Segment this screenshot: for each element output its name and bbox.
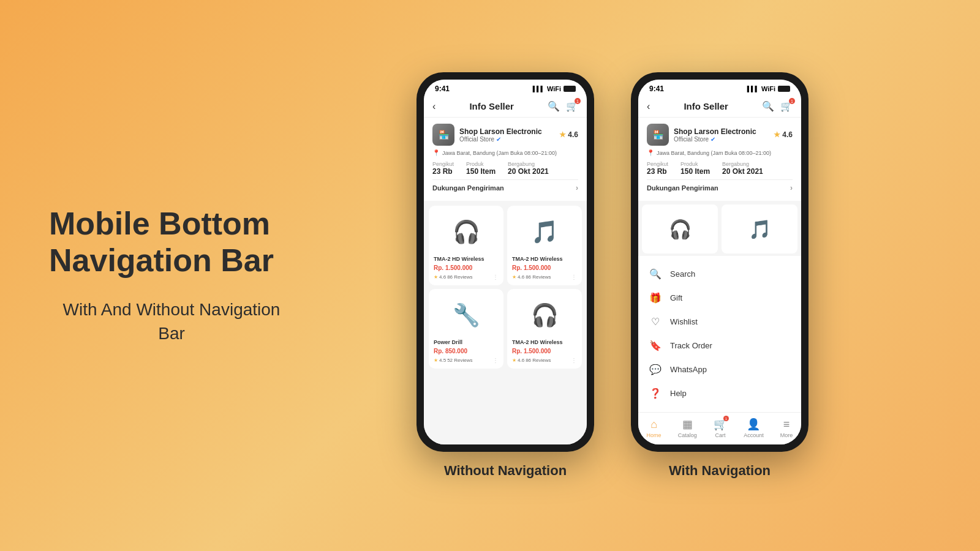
phone1-seller-rating: ★ 4.6 bbox=[559, 130, 578, 139]
account-label: Account bbox=[744, 432, 764, 438]
phone2-shipping-row[interactable]: Dukungan Pengiriman › bbox=[647, 179, 793, 196]
product-star-icon: ★ bbox=[434, 274, 438, 280]
product-card-3[interactable]: 🔧 Power Drill Rp. 850.000 ★ 4.5 52 Revie… bbox=[429, 289, 503, 369]
signal-icon: ▌▌▌ bbox=[533, 86, 545, 92]
phone2-seller-name: Shop Larson Electronic bbox=[674, 127, 756, 136]
back-icon[interactable]: ‹ bbox=[432, 101, 435, 112]
menu-item-gift[interactable]: 🎁 Gift bbox=[638, 286, 801, 310]
phone2-stat-pengikut: Pengikut 23 Rb bbox=[647, 161, 668, 176]
product-more-icon-2[interactable]: ⋮ bbox=[571, 274, 577, 280]
phone2-bottom-nav: ⌂ Home ▦ Catalog 🛒 1 Cart bbox=[638, 412, 801, 444]
phone2-partial-card-2: 🎵 bbox=[722, 204, 797, 253]
menu-item-help[interactable]: ❓ Help bbox=[638, 381, 801, 405]
menu-gift-icon: 🎁 bbox=[649, 292, 662, 304]
phone2-wifi-icon: WiFi bbox=[761, 85, 775, 92]
phone2-chevron-icon: › bbox=[790, 184, 793, 192]
phone1-seller-details: Shop Larson Electronic Official Store ✔ bbox=[459, 127, 542, 143]
cart-nav-wrap: 🛒 1 bbox=[714, 418, 727, 431]
phone2-seller-section: 🏪 Shop Larson Electronic Official Store … bbox=[638, 118, 801, 201]
phone2-nav-title: Info Seller bbox=[684, 101, 728, 111]
product-card-4[interactable]: 🎧 TMA-2 HD Wireless Rp. 1.500.000 ★ 4.6 … bbox=[507, 289, 582, 369]
product-card-2[interactable]: 🎵 TMA-2 HD Wireless Rp. 1.500.000 ★ 4.6 … bbox=[507, 206, 582, 285]
product-more-icon-4[interactable]: ⋮ bbox=[571, 357, 577, 364]
product-price-3: Rp. 850.000 bbox=[434, 348, 499, 354]
catalog-label: Catalog bbox=[678, 432, 697, 438]
phone2-time: 9:41 bbox=[649, 84, 664, 93]
phone1-shipping-row[interactable]: Dukungan Pengiriman › bbox=[432, 179, 578, 196]
product-footer-4: ★ 4.6 86 Reviews ⋮ bbox=[512, 357, 577, 364]
cart-icon-wrap[interactable]: 🛒 1 bbox=[566, 100, 578, 112]
menu-wishlist-icon: ♡ bbox=[649, 316, 662, 328]
menu-item-whatsapp[interactable]: 💬 WhatsApp bbox=[638, 358, 801, 381]
phone1-status-icons: ▌▌▌ WiFi bbox=[533, 85, 576, 92]
phone1-official-badge: Official Store ✔ bbox=[459, 136, 542, 143]
phone2-seller-rating: ★ 4.6 bbox=[774, 130, 793, 139]
product-star-icon-3: ★ bbox=[434, 358, 438, 363]
more-icon: ≡ bbox=[783, 418, 790, 431]
phone2-products-partial: 🎧 🎵 bbox=[638, 201, 801, 256]
phone1-label: Without Navigation bbox=[444, 463, 567, 479]
left-text-section: Mobile Bottom Navigation Bar With And Wi… bbox=[49, 206, 294, 345]
product-name-1: TMA-2 HD Wireless bbox=[434, 256, 499, 262]
bottom-nav-more[interactable]: ≡ More bbox=[780, 418, 793, 438]
phone2-nav-icons: 🔍 🛒 1 bbox=[762, 100, 793, 112]
phone2-frame: 9:41 ▌▌▌ WiFi ‹ Info Seller 🔍 bbox=[631, 72, 809, 452]
menu-item-trackorder[interactable]: 🔖 Track Order bbox=[638, 334, 801, 358]
bottom-nav-cart[interactable]: 🛒 1 Cart bbox=[714, 418, 727, 438]
product-price-4: Rp. 1.500.000 bbox=[512, 348, 577, 354]
bottom-nav-catalog[interactable]: ▦ Catalog bbox=[678, 418, 697, 438]
product-rating-3: ★ 4.5 52 Reviews bbox=[434, 358, 472, 363]
product-more-icon-3[interactable]: ⋮ bbox=[492, 357, 499, 364]
home-icon: ⌂ bbox=[650, 418, 657, 431]
product-image-1: 🎧 bbox=[434, 211, 499, 253]
product-image-2: 🎵 bbox=[512, 211, 577, 253]
phone1-seller-header: 🏪 Shop Larson Electronic Official Store … bbox=[432, 124, 578, 146]
phone1-nav-title: Info Seller bbox=[469, 101, 514, 111]
phone2-seller-avatar: 🏪 bbox=[647, 124, 669, 146]
phone1-frame: 9:41 ▌▌▌ WiFi ‹ Info Seller 🔍 bbox=[417, 72, 594, 452]
chevron-icon: › bbox=[576, 184, 578, 192]
product-name-2: TMA-2 HD Wireless bbox=[512, 256, 577, 262]
phone2-status-bar: 9:41 ▌▌▌ WiFi bbox=[638, 80, 801, 96]
product-footer-2: ★ 4.6 86 Reviews ⋮ bbox=[512, 274, 577, 280]
phone2-seller-stats: Pengikut 23 Rb Produk 150 Item Bergabung… bbox=[647, 161, 793, 176]
phone2-cart-icon-wrap[interactable]: 🛒 1 bbox=[780, 100, 793, 112]
sub-title: With And Without Navigation Bar bbox=[49, 298, 294, 345]
account-icon: 👤 bbox=[747, 418, 760, 431]
phone2-search-nav-icon[interactable]: 🔍 bbox=[762, 100, 774, 112]
bottom-nav-home[interactable]: ⌂ Home bbox=[647, 418, 662, 438]
phone1-seller-stats: Pengikut 23 Rb Produk 150 Item Bergabung… bbox=[432, 161, 578, 176]
phone2-official-badge: Official Store ✔ bbox=[674, 136, 756, 143]
product-footer-3: ★ 4.5 52 Reviews ⋮ bbox=[434, 357, 499, 364]
phone1-screen: 9:41 ▌▌▌ WiFi ‹ Info Seller 🔍 bbox=[424, 80, 587, 444]
phone2-star-icon: ★ bbox=[774, 130, 780, 139]
phone2-signal-icon: ▌▌▌ bbox=[747, 86, 759, 92]
phone2-status-icons: ▌▌▌ WiFi bbox=[747, 85, 790, 92]
phone1-seller-name: Shop Larson Electronic bbox=[459, 127, 542, 136]
product-price-1: Rp. 1.500.000 bbox=[434, 264, 499, 271]
menu-trackorder-icon: 🔖 bbox=[649, 340, 662, 351]
phone2-seller-details: Shop Larson Electronic Official Store ✔ bbox=[674, 127, 756, 143]
verified-icon: ✔ bbox=[496, 136, 501, 143]
location-icon: 📍 bbox=[432, 149, 440, 156]
phone2-verified-icon: ✔ bbox=[710, 136, 715, 143]
phone1-top-nav: ‹ Info Seller 🔍 🛒 1 bbox=[424, 96, 587, 118]
product-more-icon[interactable]: ⋮ bbox=[492, 274, 499, 280]
product-footer-1: ★ 4.6 86 Reviews ⋮ bbox=[434, 274, 499, 280]
phone2-partial-card-1: 🎧 bbox=[642, 204, 718, 253]
search-nav-icon[interactable]: 🔍 bbox=[548, 100, 560, 112]
phone2-cart-badge: 1 bbox=[789, 98, 795, 104]
product-name-3: Power Drill bbox=[434, 339, 499, 345]
product-card-1[interactable]: 🎧 TMA-2 HD Wireless Rp. 1.500.000 ★ 4.6 … bbox=[429, 206, 503, 285]
more-label: More bbox=[780, 432, 793, 438]
product-rating-1: ★ 4.6 86 Reviews bbox=[434, 274, 472, 280]
bottom-nav-account[interactable]: 👤 Account bbox=[744, 418, 764, 438]
wifi-icon: WiFi bbox=[547, 85, 561, 92]
home-label: Home bbox=[647, 432, 662, 438]
phone2-back-icon[interactable]: ‹ bbox=[647, 101, 650, 112]
phones-container: 9:41 ▌▌▌ WiFi ‹ Info Seller 🔍 bbox=[294, 72, 931, 479]
product-image-3: 🔧 bbox=[434, 294, 499, 337]
phone2-seller-location: 📍 Jawa Barat, Bandung (Jam Buka 08:00–21… bbox=[647, 149, 793, 156]
menu-item-search[interactable]: 🔍 Search bbox=[638, 262, 801, 286]
menu-item-wishlist[interactable]: ♡ Wishlist bbox=[638, 310, 801, 334]
